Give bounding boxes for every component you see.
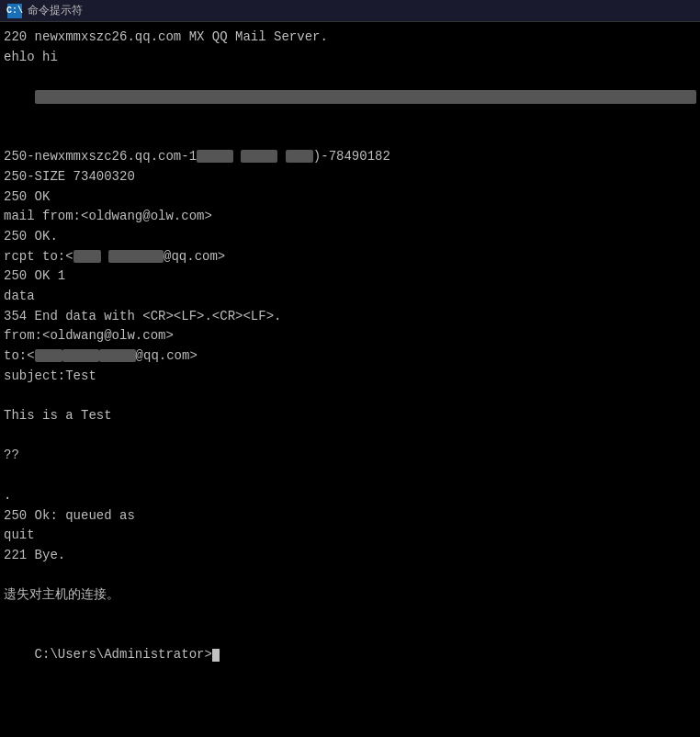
line-from-addr: from:<oldwang@olw.com>	[4, 326, 696, 346]
title-bar: C:\ 命令提示符	[0, 0, 700, 22]
line-questionmarks: ??	[4, 446, 696, 466]
line-prompt[interactable]: C:\Users\Administrator>	[4, 626, 696, 686]
line-empty-2	[4, 386, 696, 406]
terminal[interactable]: 220 newxmmxszc26.qq.com MX QQ Mail Serve…	[0, 22, 700, 737]
line-250-ok-1: 250 OK 1	[4, 266, 696, 287]
line-quit: quit	[4, 526, 696, 546]
line-empty-4	[4, 466, 696, 486]
line-ehlo: ehlo hi	[4, 48, 696, 68]
line-subject: subject:Test	[4, 367, 696, 387]
line-mail-from: mail from:<oldwang@olw.com>	[4, 207, 696, 227]
line-data: data	[4, 287, 696, 307]
cursor	[212, 649, 220, 662]
prompt-text: C:\Users\Administrator>	[35, 647, 212, 662]
line-250-ok: 250 OK	[4, 187, 696, 208]
line-to-addr: to:<@qq.com>	[4, 346, 696, 367]
title-icon: C:\	[7, 4, 22, 18]
redacted-bar-block	[35, 90, 696, 104]
line-empty-1	[4, 127, 696, 147]
line-250-size: 250-SIZE 73400320	[4, 167, 696, 187]
line-dot: .	[4, 486, 696, 506]
line-221-bye: 221 Bye.	[4, 546, 696, 566]
line-250-host: 250-newxmmxszc26.qq.com-1 )-78490182	[4, 147, 696, 167]
title-text: 命令提示符	[28, 3, 83, 18]
line-250-queued: 250 Ok: queued as	[4, 506, 696, 527]
line-rcpt-to: rcpt to:< @qq.com>	[4, 247, 696, 267]
line-354: 354 End data with <CR><LF>.<CR><LF>.	[4, 307, 696, 327]
line-empty-5	[4, 566, 696, 586]
line-250-ok-dot: 250 OK.	[4, 227, 696, 247]
line-chinese-msg: 遗失对主机的连接。	[4, 585, 696, 606]
line-empty-6	[4, 606, 696, 626]
line-empty-3	[4, 426, 696, 447]
line-220: 220 newxmmxszc26.qq.com MX QQ Mail Serve…	[4, 28, 696, 48]
line-redacted-bar	[4, 67, 696, 127]
line-body-test: This is a Test	[4, 406, 696, 426]
